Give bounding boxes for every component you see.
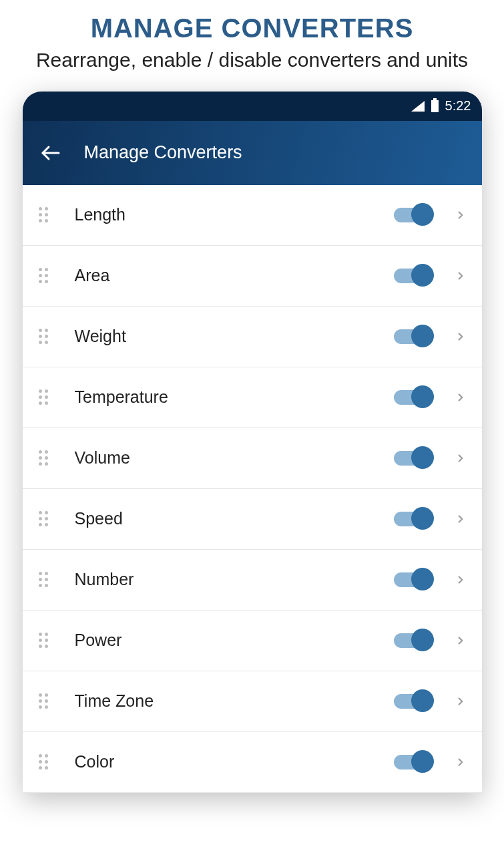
- drag-handle-icon[interactable]: [36, 268, 51, 283]
- promo-subtitle: Rearrange, enable / disable converters a…: [27, 47, 477, 73]
- enable-toggle[interactable]: [394, 512, 430, 526]
- status-bar: 5:22: [23, 92, 482, 121]
- converter-row[interactable]: Weight: [23, 307, 482, 367]
- drag-handle-icon[interactable]: [36, 207, 51, 222]
- drag-handle-icon[interactable]: [36, 450, 51, 466]
- enable-toggle[interactable]: [394, 633, 430, 648]
- converter-row[interactable]: Number: [23, 550, 482, 611]
- converter-label: Weight: [64, 327, 381, 346]
- converter-label: Color: [64, 752, 381, 772]
- enable-toggle[interactable]: [394, 208, 430, 222]
- converter-row[interactable]: Temperature: [23, 367, 482, 428]
- drag-handle-icon[interactable]: [36, 329, 51, 344]
- converter-row[interactable]: Time Zone: [23, 671, 482, 732]
- converter-label: Power: [64, 631, 381, 650]
- chevron-right-icon[interactable]: [453, 268, 469, 284]
- enable-toggle[interactable]: [394, 390, 430, 405]
- battery-icon: [431, 100, 439, 112]
- chevron-right-icon[interactable]: [453, 207, 469, 223]
- promo-title: MANAGE CONVERTERS: [27, 13, 477, 43]
- drag-handle-icon[interactable]: [36, 754, 51, 770]
- enable-toggle[interactable]: [394, 329, 430, 344]
- phone-frame: 5:22 Manage Converters LengthAreaWeightT…: [23, 92, 482, 793]
- enable-toggle[interactable]: [394, 451, 430, 466]
- converter-row[interactable]: Length: [23, 185, 482, 246]
- chevron-right-icon[interactable]: [453, 572, 469, 588]
- converter-label: Number: [64, 570, 381, 589]
- chevron-right-icon[interactable]: [453, 633, 469, 649]
- app-bar: Manage Converters: [23, 121, 482, 185]
- enable-toggle[interactable]: [394, 694, 430, 709]
- drag-handle-icon[interactable]: [36, 572, 51, 587]
- chevron-right-icon[interactable]: [453, 754, 469, 770]
- enable-toggle[interactable]: [394, 755, 430, 770]
- promo-header: MANAGE CONVERTERS Rearrange, enable / di…: [0, 0, 504, 79]
- enable-toggle[interactable]: [394, 269, 430, 283]
- converter-list: LengthAreaWeightTemperatureVolumeSpeedNu…: [23, 185, 482, 793]
- converter-label: Temperature: [64, 387, 381, 407]
- chevron-right-icon[interactable]: [453, 693, 469, 709]
- chevron-right-icon[interactable]: [453, 329, 469, 345]
- drag-handle-icon[interactable]: [36, 693, 51, 709]
- drag-handle-icon[interactable]: [36, 633, 51, 648]
- converter-row[interactable]: Volume: [23, 428, 482, 489]
- converter-label: Area: [64, 266, 381, 285]
- converter-label: Volume: [64, 448, 381, 468]
- drag-handle-icon[interactable]: [36, 511, 51, 526]
- status-time: 5:22: [445, 98, 471, 114]
- chevron-right-icon[interactable]: [453, 389, 469, 405]
- converter-row[interactable]: Power: [23, 611, 482, 671]
- converter-label: Time Zone: [64, 691, 381, 711]
- converter-row[interactable]: Area: [23, 246, 482, 307]
- back-icon[interactable]: [39, 141, 63, 165]
- chevron-right-icon[interactable]: [453, 511, 469, 527]
- converter-label: Speed: [64, 509, 381, 528]
- signal-icon: [411, 101, 425, 112]
- drag-handle-icon[interactable]: [36, 389, 51, 405]
- chevron-right-icon[interactable]: [453, 450, 469, 466]
- app-bar-title: Manage Converters: [84, 142, 242, 163]
- converter-row[interactable]: Color: [23, 732, 482, 793]
- enable-toggle[interactable]: [394, 572, 430, 587]
- converter-label: Length: [64, 205, 381, 224]
- converter-row[interactable]: Speed: [23, 489, 482, 550]
